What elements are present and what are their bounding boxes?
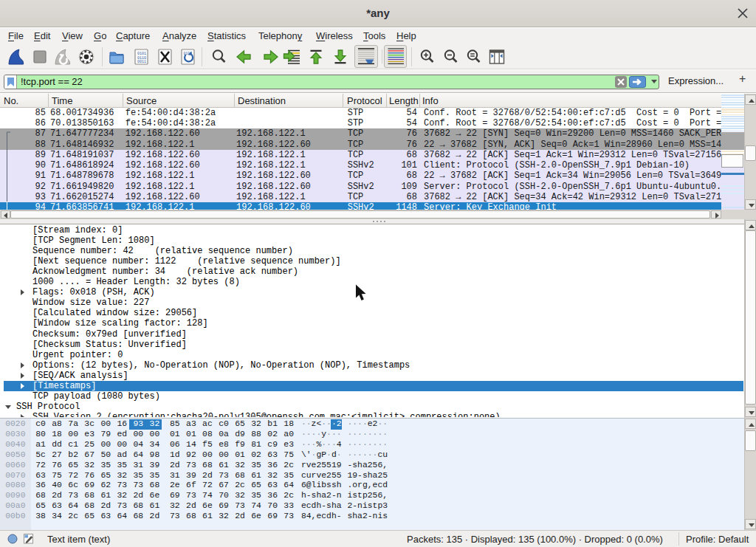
svg-text:0011: 0011	[137, 60, 146, 64]
